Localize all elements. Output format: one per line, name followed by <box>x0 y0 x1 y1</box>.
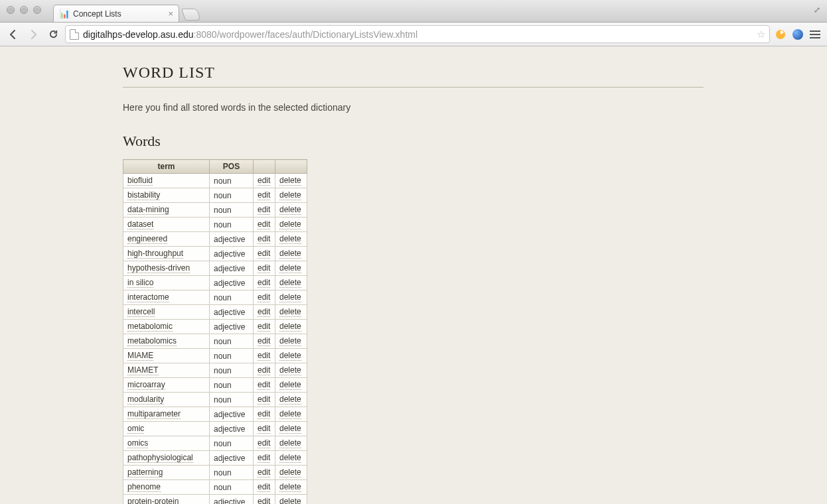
edit-link[interactable]: edit <box>258 190 270 200</box>
edit-link[interactable]: edit <box>258 497 270 504</box>
pos-cell: adjective <box>210 247 254 261</box>
edit-link[interactable]: edit <box>258 205 270 215</box>
term-link[interactable]: bistability <box>127 190 160 200</box>
extension-lastpass-icon[interactable] <box>774 28 787 41</box>
delete-link[interactable]: delete <box>279 351 301 361</box>
term-link[interactable]: protein-protein <box>127 497 179 504</box>
delete-link[interactable]: delete <box>279 409 301 419</box>
page-subtitle: Here you find all stored words in the se… <box>123 102 704 113</box>
term-link[interactable]: phenome <box>127 482 161 492</box>
term-link[interactable]: hypothesis-driven <box>127 263 190 273</box>
pos-cell: adjective <box>210 495 254 505</box>
url-port: :8080 <box>194 29 217 40</box>
back-button[interactable] <box>5 27 21 42</box>
term-link[interactable]: interactome <box>127 292 169 302</box>
delete-link[interactable]: delete <box>279 322 301 332</box>
delete-link[interactable]: delete <box>279 176 301 186</box>
edit-link[interactable]: edit <box>258 336 270 346</box>
reload-button[interactable] <box>45 27 61 42</box>
pos-cell: noun <box>210 188 254 203</box>
edit-link[interactable]: edit <box>258 482 270 492</box>
term-link[interactable]: MIAMET <box>127 365 159 375</box>
address-bar[interactable]: digitalhps-develop.asu.edu:8080/wordpowe… <box>65 25 770 43</box>
page-viewport[interactable]: WORD LIST Here you find all stored words… <box>0 46 827 504</box>
delete-link[interactable]: delete <box>279 438 301 448</box>
term-link[interactable]: intercell <box>127 307 155 317</box>
window-zoom-button[interactable] <box>33 6 41 14</box>
edit-link[interactable]: edit <box>258 220 270 229</box>
table-row: hypothesis-drivenadjectiveeditdelete <box>123 261 307 276</box>
pos-cell: noun <box>210 174 254 188</box>
term-link[interactable]: biofluid <box>127 176 153 186</box>
term-link[interactable]: engineered <box>127 234 167 244</box>
pos-cell: adjective <box>210 407 254 422</box>
term-link[interactable]: omic <box>127 424 144 434</box>
term-link[interactable]: metabolomic <box>127 322 173 332</box>
window-close-button[interactable] <box>7 6 15 14</box>
edit-link[interactable]: edit <box>258 292 270 302</box>
edit-link[interactable]: edit <box>258 234 270 244</box>
browser-tab-active[interactable]: 📊 Concept Lists × <box>53 5 179 22</box>
new-tab-button[interactable] <box>181 9 201 21</box>
table-row: MIAMEnouneditdelete <box>123 349 307 363</box>
delete-link[interactable]: delete <box>279 307 301 317</box>
edit-link[interactable]: edit <box>258 307 270 317</box>
delete-link[interactable]: delete <box>279 424 301 434</box>
delete-link[interactable]: delete <box>279 249 301 259</box>
delete-link[interactable]: delete <box>279 205 301 215</box>
delete-link[interactable]: delete <box>279 395 301 405</box>
page-icon <box>70 29 79 40</box>
edit-link[interactable]: edit <box>258 351 270 361</box>
term-link[interactable]: modularity <box>127 395 164 405</box>
tab-close-button[interactable]: × <box>168 9 173 19</box>
delete-link[interactable]: delete <box>279 380 301 390</box>
edit-link[interactable]: edit <box>258 438 270 448</box>
delete-link[interactable]: delete <box>279 482 301 492</box>
term-link[interactable]: patterning <box>127 468 163 477</box>
forward-button[interactable] <box>25 27 41 42</box>
header-term[interactable]: term <box>123 160 210 174</box>
edit-link[interactable]: edit <box>258 249 270 259</box>
edit-link[interactable]: edit <box>258 380 270 390</box>
delete-link[interactable]: delete <box>279 365 301 375</box>
delete-link[interactable]: delete <box>279 453 301 463</box>
term-link[interactable]: microarray <box>127 380 165 390</box>
edit-link[interactable]: edit <box>258 263 270 273</box>
edit-link[interactable]: edit <box>258 409 270 419</box>
hamburger-icon <box>810 31 820 38</box>
fullscreen-icon[interactable]: ⤢ <box>814 5 820 15</box>
table-row: omicadjectiveeditdelete <box>123 422 307 436</box>
term-link[interactable]: pathophysiological <box>127 453 193 463</box>
bookmark-star-icon[interactable]: ☆ <box>757 29 765 40</box>
term-link[interactable]: metabolomics <box>127 336 177 346</box>
term-link[interactable]: omics <box>127 438 148 448</box>
delete-link[interactable]: delete <box>279 220 301 229</box>
term-link[interactable]: MIAME <box>127 351 153 361</box>
delete-link[interactable]: delete <box>279 497 301 504</box>
delete-link[interactable]: delete <box>279 468 301 477</box>
header-pos[interactable]: POS <box>210 160 254 174</box>
edit-link[interactable]: edit <box>258 424 270 434</box>
chrome-menu-button[interactable] <box>808 28 822 41</box>
edit-link[interactable]: edit <box>258 468 270 477</box>
edit-link[interactable]: edit <box>258 278 270 288</box>
window-minimize-button[interactable] <box>20 6 28 14</box>
edit-link[interactable]: edit <box>258 365 270 375</box>
term-link[interactable]: data-mining <box>127 205 169 215</box>
url-host: digitalhps-develop.asu.edu <box>83 29 194 40</box>
delete-link[interactable]: delete <box>279 278 301 288</box>
term-link[interactable]: high-throughput <box>127 249 183 259</box>
delete-link[interactable]: delete <box>279 190 301 200</box>
term-link[interactable]: multiparameter <box>127 409 181 419</box>
edit-link[interactable]: edit <box>258 453 270 463</box>
edit-link[interactable]: edit <box>258 322 270 332</box>
term-link[interactable]: in silico <box>127 278 153 288</box>
delete-link[interactable]: delete <box>279 336 301 346</box>
delete-link[interactable]: delete <box>279 263 301 273</box>
delete-link[interactable]: delete <box>279 292 301 302</box>
edit-link[interactable]: edit <box>258 176 270 186</box>
extension-globe-icon[interactable] <box>791 28 804 41</box>
delete-link[interactable]: delete <box>279 234 301 244</box>
term-link[interactable]: dataset <box>127 220 153 229</box>
edit-link[interactable]: edit <box>258 395 270 405</box>
